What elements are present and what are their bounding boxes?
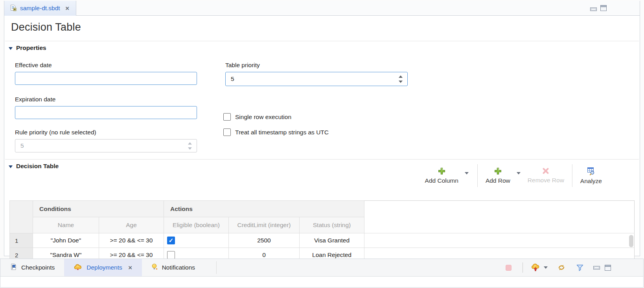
checkpoints-icon bbox=[10, 263, 17, 272]
spinner-arrows-icon[interactable] bbox=[399, 75, 407, 83]
toolbar-separator bbox=[523, 262, 523, 273]
tab-close-icon[interactable]: ✕ bbox=[65, 6, 70, 11]
column-header-eligible[interactable]: Eligible (boolean) bbox=[164, 217, 229, 233]
status-cell[interactable]: Visa Granted bbox=[300, 233, 364, 248]
tab-checkpoints[interactable]: Checkpoints bbox=[0, 259, 64, 276]
bottom-toolbar bbox=[506, 259, 643, 276]
effective-date-input[interactable] bbox=[15, 72, 197, 85]
decision-table-file-icon bbox=[10, 4, 17, 13]
name-cell[interactable]: "John Doe" bbox=[33, 233, 99, 248]
table-priority-spinner[interactable]: 5 bbox=[225, 72, 408, 86]
analyze-table-icon bbox=[587, 167, 595, 175]
stop-icon[interactable] bbox=[506, 265, 512, 271]
expiration-date-label: Expiration date bbox=[15, 96, 55, 103]
utc-timestamps-label: Treat all timestamp strings as UTC bbox=[235, 129, 329, 136]
table-priority-value: 5 bbox=[226, 75, 399, 83]
remove-row-label: Remove Row bbox=[528, 177, 564, 184]
properties-section-label: Properties bbox=[16, 44, 46, 51]
utc-timestamps-checkbox[interactable] bbox=[223, 128, 231, 136]
add-plus-icon bbox=[438, 167, 445, 175]
tab-deployments[interactable]: Deployments ✕ bbox=[64, 259, 142, 276]
remove-x-icon bbox=[542, 167, 549, 174]
actions-group-header: Actions bbox=[164, 201, 364, 217]
corner-cell bbox=[10, 201, 33, 233]
header-filler bbox=[364, 217, 635, 233]
toolbar-separator bbox=[572, 164, 572, 187]
column-header-creditlimit[interactable]: CreditLimit (integer) bbox=[229, 217, 300, 233]
decision-table-toolbar: Add Column Add Row bbox=[422, 163, 605, 188]
eligible-cell[interactable]: ✓ bbox=[164, 233, 229, 248]
divider bbox=[5, 41, 639, 41]
table-priority-label: Table priority bbox=[225, 62, 260, 69]
tab-notifications-label: Notifications bbox=[162, 264, 195, 271]
add-column-dropdown-icon[interactable] bbox=[465, 172, 469, 174]
application-window: sample-dt.sbdt ✕ Decision Table Properti… bbox=[0, 0, 644, 288]
add-plus-icon bbox=[494, 167, 502, 175]
table-vertical-scrollbar[interactable] bbox=[629, 235, 633, 247]
divider bbox=[5, 159, 639, 160]
notifications-icon bbox=[151, 263, 158, 272]
rule-priority-value: 5 bbox=[15, 142, 188, 149]
eligible-checkbox[interactable]: ✓ bbox=[167, 237, 175, 244]
editor-tab-sample-dt[interactable]: sample-dt.sbdt ✕ bbox=[4, 1, 76, 16]
deploy-dropdown-icon[interactable] bbox=[544, 266, 548, 269]
deployments-icon bbox=[74, 264, 82, 272]
utc-timestamps-checkbox-row[interactable]: Treat all timestamp strings as UTC bbox=[223, 128, 329, 136]
creditlimit-cell[interactable]: 2500 bbox=[229, 233, 300, 248]
rule-priority-spinner: 5 bbox=[15, 139, 197, 152]
remove-row-button[interactable]: Remove Row bbox=[524, 163, 567, 188]
page-title: Decision Table bbox=[11, 21, 81, 33]
editor-tab-label: sample-dt.sbdt bbox=[20, 5, 60, 12]
collapse-triangle-icon[interactable] bbox=[9, 165, 13, 168]
decision-table-section-label: Decision Table bbox=[16, 163, 59, 170]
add-row-button[interactable]: Add Row bbox=[482, 167, 513, 185]
single-row-execution-label: Single row execution bbox=[235, 114, 291, 121]
toolbar-separator bbox=[477, 164, 478, 187]
maximize-icon[interactable] bbox=[605, 265, 611, 271]
effective-date-label: Effective date bbox=[15, 62, 52, 69]
single-row-execution-checkbox[interactable] bbox=[223, 113, 231, 121]
tab-deployments-label: Deployments bbox=[86, 264, 122, 271]
dt-body: 1 "John Doe" >= 20 && <= 30 ✓ 2500 Visa … bbox=[10, 233, 635, 262]
filler-cell bbox=[364, 233, 635, 248]
tab-close-icon[interactable]: ✕ bbox=[128, 265, 132, 271]
table-row[interactable]: 1 "John Doe" >= 20 && <= 30 ✓ 2500 Visa … bbox=[10, 233, 635, 248]
editor-area: sample-dt.sbdt ✕ Decision Table Properti… bbox=[4, 1, 640, 256]
tab-checkpoints-label: Checkpoints bbox=[21, 264, 55, 271]
header-filler bbox=[364, 201, 635, 217]
decision-table-grid: Conditions Actions Name Age Eligible (bo… bbox=[9, 200, 635, 262]
decision-table-section-header[interactable]: Decision Table bbox=[9, 163, 59, 170]
editor-tab-bar: sample-dt.sbdt ✕ bbox=[4, 1, 640, 16]
eligible-checkbox[interactable] bbox=[167, 251, 175, 259]
single-row-execution-checkbox-row[interactable]: Single row execution bbox=[223, 113, 291, 121]
filter-icon[interactable] bbox=[576, 264, 584, 271]
column-header-status[interactable]: Status (string) bbox=[300, 217, 364, 233]
analyze-label: Analyze bbox=[580, 178, 602, 185]
minimize-icon[interactable] bbox=[590, 6, 597, 13]
add-row-label: Add Row bbox=[486, 177, 510, 184]
conditions-group-header: Conditions bbox=[33, 201, 164, 217]
add-column-label: Add Column bbox=[425, 177, 458, 184]
add-row-dropdown-icon[interactable] bbox=[517, 172, 521, 174]
spinner-arrows-icon bbox=[188, 142, 197, 150]
tab-notifications[interactable]: Notifications bbox=[142, 259, 204, 276]
row-number-cell[interactable]: 1 bbox=[10, 233, 33, 248]
column-header-row: Name Age Eligible (boolean) CreditLimit … bbox=[10, 217, 635, 233]
editor-window-controls bbox=[590, 5, 607, 13]
expiration-date-input[interactable] bbox=[15, 106, 197, 119]
deploy-cloud-icon[interactable] bbox=[531, 264, 540, 271]
refresh-icon[interactable] bbox=[557, 264, 566, 271]
column-header-age[interactable]: Age bbox=[99, 217, 164, 233]
group-header-row: Conditions Actions bbox=[10, 201, 635, 217]
analyze-button[interactable]: Analyze bbox=[577, 163, 605, 188]
rule-priority-label: Rule priority (no rule selected) bbox=[15, 129, 96, 136]
maximize-icon[interactable] bbox=[600, 5, 607, 13]
add-column-button[interactable]: Add Column bbox=[422, 167, 462, 185]
bottom-view-panel: Checkpoints Deployments ✕ bbox=[0, 259, 644, 288]
minimize-icon[interactable] bbox=[593, 266, 600, 270]
column-header-name[interactable]: Name bbox=[33, 217, 99, 233]
collapse-triangle-icon[interactable] bbox=[9, 47, 13, 50]
age-cell[interactable]: >= 20 && <= 30 bbox=[99, 233, 164, 248]
properties-section-header[interactable]: Properties bbox=[9, 44, 46, 51]
bottom-tab-bar: Checkpoints Deployments ✕ bbox=[0, 259, 643, 277]
